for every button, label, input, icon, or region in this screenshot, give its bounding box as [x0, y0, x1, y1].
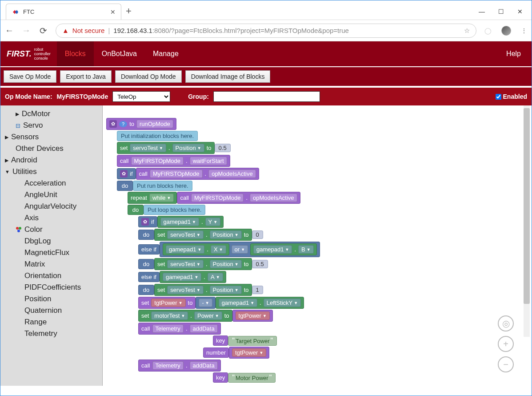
block-if-y[interactable]: ✿ if — [138, 216, 157, 227]
new-tab-button[interactable]: + — [126, 5, 132, 20]
do-label: do — [138, 285, 154, 295]
svg-point-0 — [16, 227, 19, 230]
sidebar-range[interactable]: Range — [0, 316, 102, 328]
sidebar-color[interactable]: Color — [0, 224, 102, 235]
opmode-type-select[interactable]: TeleOp — [112, 91, 170, 102]
sidebar-angleunit[interactable]: AngleUnit — [0, 189, 102, 201]
enabled-toggle[interactable]: Enabled — [496, 93, 527, 100]
center-button[interactable]: ◎ — [498, 315, 514, 331]
block-runopmode[interactable]: ✿ ? to runOpMode — [106, 118, 176, 130]
sidebar-android[interactable]: ▶Android — [0, 154, 102, 166]
close-window-icon[interactable]: ✕ — [517, 8, 523, 15]
close-tab-icon[interactable]: ✕ — [110, 8, 116, 16]
nav-help[interactable]: Help — [506, 50, 532, 58]
sidebar-angularvelocity[interactable]: AngularVelocity — [0, 201, 102, 212]
download-image-button[interactable]: Download Image of Blocks — [185, 70, 271, 83]
sidebar-other[interactable]: Other Devices — [0, 143, 102, 154]
block-if-opmodeactive[interactable]: ✿ if — [117, 168, 136, 179]
sidebar-servo[interactable]: ⊟Servo — [0, 120, 102, 131]
block-set-servo-0[interactable]: set servoTest▼. Position▼ to — [154, 229, 252, 241]
star-icon[interactable]: ☆ — [464, 27, 470, 35]
value-0.5[interactable]: 0.5 — [215, 144, 231, 152]
value-motor-power[interactable]: Motor Power — [228, 373, 276, 383]
block-gamepad-lefty[interactable]: gamepad1▼. LeftStickY▼ — [216, 297, 304, 309]
block-or[interactable]: gamepad1▼.X▼ or▼ gamepad1▼.B▼ — [160, 242, 320, 257]
url-field[interactable]: ▲ Not secure | 192.168.43.1:8080/?page=F… — [56, 24, 476, 38]
sidebar-orientation[interactable]: Orientation — [0, 270, 102, 282]
sidebar-magneticflux[interactable]: MagneticFlux — [0, 247, 102, 259]
save-button[interactable]: Save Op Mode — [4, 70, 56, 83]
comment-loop[interactable]: Put loop blocks here. — [144, 205, 205, 215]
sidebar-quaternion[interactable]: Quaternion — [0, 305, 102, 316]
group-input[interactable] — [213, 91, 320, 102]
value-0[interactable]: 0 — [252, 230, 263, 239]
sidebar-pidf[interactable]: PIDFCoefficients — [0, 282, 102, 293]
sidebar-utilities[interactable]: ▼Utilities — [0, 166, 102, 178]
comment-init[interactable]: Put initialization blocks here. — [117, 131, 198, 141]
block-tgtpower-var[interactable]: tgtPower▼ — [232, 310, 273, 322]
sidebar-matrix[interactable]: Matrix — [0, 259, 102, 270]
block-elseif-a[interactable]: else if — [138, 272, 160, 282]
sidebar-axis[interactable]: Axis — [0, 212, 102, 224]
comment-run[interactable]: Put run blocks here. — [133, 181, 192, 191]
svg-point-2 — [17, 230, 20, 232]
help-icon[interactable]: ? — [119, 121, 127, 127]
block-call-opmodeactive[interactable]: call MyFIRSTOpMode. opModeIsActive — [136, 168, 259, 180]
block-gamepad-y[interactable]: gamepad1▼. Y▼ — [157, 216, 224, 228]
zoom-in-button[interactable]: + — [498, 336, 514, 352]
maximize-icon[interactable]: ☐ — [498, 8, 504, 15]
block-set-servo-pos[interactable]: set servoTest▼. Position▼ to — [117, 142, 215, 154]
blocks-canvas[interactable]: ✿ ? to runOpMode Put initialization bloc… — [103, 105, 532, 386]
zoom-out-button[interactable]: − — [498, 356, 514, 372]
block-set-servo-1[interactable]: set servoTest▼. Position▼ to — [154, 284, 252, 296]
sidebar-dbglog[interactable]: DbgLog — [0, 235, 102, 247]
color-icon — [16, 226, 22, 233]
block-set-servo-05[interactable]: set servoTest▼. Position▼ to — [154, 258, 252, 270]
nav-onbotjava[interactable]: OnBotJava — [94, 41, 145, 66]
block-repeat-while[interactable]: repeat while▼ — [128, 192, 177, 204]
gear-icon[interactable]: ✿ — [109, 120, 117, 128]
enabled-checkbox[interactable] — [496, 94, 501, 100]
nav-manage[interactable]: Manage — [145, 41, 187, 66]
export-button[interactable]: Export to Java — [60, 70, 112, 83]
scrollbar-thumb[interactable] — [524, 108, 530, 304]
do-label: do — [138, 259, 154, 269]
block-gamepad-a[interactable]: gamepad1▼. A▼ — [160, 271, 226, 283]
block-telemetry-adddata1[interactable]: call Telemetry. addData — [138, 323, 221, 335]
opmode-bar: Op Mode Name: MyFIRSTOpMode TeleOp Group… — [0, 86, 532, 105]
do-label: do — [117, 181, 133, 191]
value-target-power[interactable]: Target Power — [228, 336, 277, 346]
block-call-opmodeactive2[interactable]: call MyFIRSTOpMode. opModeIsActive — [177, 192, 300, 204]
sidebar-sensors[interactable]: ▶Sensors — [0, 131, 102, 143]
sidebar-position[interactable]: Position — [0, 293, 102, 305]
block-set-motor-power[interactable]: set motorTest▼. Power▼ to — [138, 310, 232, 322]
browser-titlebar: FTC ✕ + — ☐ ✕ — [0, 0, 532, 20]
block-telemetry-adddata2[interactable]: call Telemetry. addData — [138, 360, 221, 372]
sidebar: ▶DcMotor ⊟Servo ▶Sensors Other Devices ▶… — [0, 105, 103, 386]
block-tgtpower-var2[interactable]: tgtPower▼ — [229, 347, 269, 359]
zoom-controls: ◎ + − — [498, 315, 514, 372]
block-negate[interactable]: -▼ — [196, 297, 215, 309]
block-elseif-xb[interactable]: else if — [138, 244, 160, 255]
block-set-tgtpower[interactable]: set tgtPower▼ to — [138, 297, 196, 309]
profile-avatar[interactable] — [501, 26, 511, 36]
value-0.5b[interactable]: 0.5 — [252, 260, 268, 268]
gear-icon[interactable]: ✿ — [120, 170, 128, 178]
sidebar-telemetry[interactable]: Telemetry — [0, 328, 102, 339]
not-secure-label: Not secure — [72, 27, 105, 34]
block-call-waitforstart[interactable]: call MyFIRSTOpMode. waitForStart — [117, 155, 230, 167]
menu-icon[interactable]: ⋮ — [521, 27, 527, 34]
tab-title: FTC — [23, 8, 107, 15]
download-button[interactable]: Download Op Mode — [115, 70, 182, 83]
minimize-icon[interactable]: — — [479, 8, 485, 15]
opmode-name-value: MyFIRSTOpMode — [57, 93, 108, 100]
value-1[interactable]: 1 — [252, 286, 263, 294]
sidebar-dcmotor[interactable]: ▶DcMotor — [0, 108, 102, 120]
browser-tab[interactable]: FTC ✕ — [6, 4, 121, 20]
gear-icon[interactable]: ✿ — [141, 218, 149, 226]
sidebar-acceleration[interactable]: Acceleration — [0, 178, 102, 189]
forward-button: → — [22, 25, 31, 36]
back-button[interactable]: ← — [5, 25, 14, 36]
nav-blocks[interactable]: Blocks — [57, 41, 94, 66]
reload-button[interactable]: ⟳ — [39, 25, 48, 36]
